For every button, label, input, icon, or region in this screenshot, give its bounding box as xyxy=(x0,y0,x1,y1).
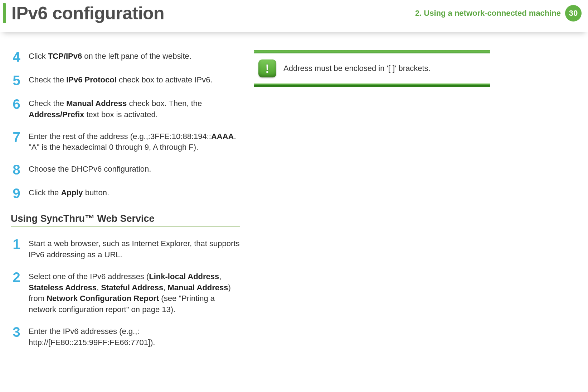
step-text: Enter the rest of the address (e.g.,:3FF… xyxy=(29,130,240,153)
step-number: 4 xyxy=(11,50,22,64)
step-b2: 2 Select one of the IPv6 addresses (Link… xyxy=(11,271,240,315)
page-number-badge: 30 xyxy=(565,5,582,21)
header-right: 2. Using a network-connected machine 30 xyxy=(415,5,582,21)
note-box: ! Address must be enclosed in '[ ]' brac… xyxy=(254,50,490,87)
step-4: 4 Click TCP/IPv6 on the left pane of the… xyxy=(11,50,240,64)
step-8: 8 Choose the DHCPv6 configuration. xyxy=(11,163,240,177)
header-left: IPv6 configuration xyxy=(3,3,164,24)
step-text: Select one of the IPv6 addresses (Link-l… xyxy=(29,271,240,315)
step-b1: 1 Start a web browser, such as Internet … xyxy=(11,238,240,260)
exclamation-icon: ! xyxy=(258,59,276,77)
right-column: ! Address must be enclosed in '[ ]' brac… xyxy=(254,50,490,358)
page-title: IPv6 configuration xyxy=(11,3,164,24)
step-text: Enter the IPv6 addresses (e.g.,: http://… xyxy=(29,325,240,348)
step-number: 8 xyxy=(11,163,22,177)
left-column: 4 Click TCP/IPv6 on the left pane of the… xyxy=(11,50,240,358)
step-7: 7 Enter the rest of the address (e.g.,:3… xyxy=(11,130,240,153)
step-9: 9 Click the Apply button. xyxy=(11,187,240,200)
step-number: 7 xyxy=(11,130,22,144)
page-header: IPv6 configuration 2. Using a network-co… xyxy=(0,0,588,32)
step-text: Check the IPv6 Protocol check box to act… xyxy=(29,74,213,86)
step-text: Click the Apply button. xyxy=(29,187,109,199)
step-number: 6 xyxy=(11,97,22,111)
page-number: 30 xyxy=(569,9,578,18)
step-number: 3 xyxy=(11,325,22,339)
step-text: Choose the DHCPv6 configuration. xyxy=(29,163,151,175)
section-heading-syncthru: Using SyncThru™ Web Service xyxy=(11,213,240,227)
step-5: 5 Check the IPv6 Protocol check box to a… xyxy=(11,74,240,87)
page-body: 4 Click TCP/IPv6 on the left pane of the… xyxy=(0,43,588,365)
step-b3: 3 Enter the IPv6 addresses (e.g.,: http:… xyxy=(11,325,240,348)
exclamation-glyph: ! xyxy=(265,62,269,76)
step-text: Click TCP/IPv6 on the left pane of the w… xyxy=(29,50,191,62)
step-6: 6 Check the Manual Address check box. Th… xyxy=(11,97,240,120)
step-number: 2 xyxy=(11,271,22,284)
chapter-label: 2. Using a network-connected machine xyxy=(415,9,561,18)
step-number: 5 xyxy=(11,74,22,87)
step-text: Start a web browser, such as Internet Ex… xyxy=(29,238,240,260)
step-text: Check the Manual Address check box. Then… xyxy=(29,97,240,120)
step-number: 1 xyxy=(11,238,22,251)
note-text: Address must be enclosed in '[ ]' bracke… xyxy=(283,64,431,73)
accent-bar xyxy=(3,3,6,23)
step-number: 9 xyxy=(11,187,22,200)
